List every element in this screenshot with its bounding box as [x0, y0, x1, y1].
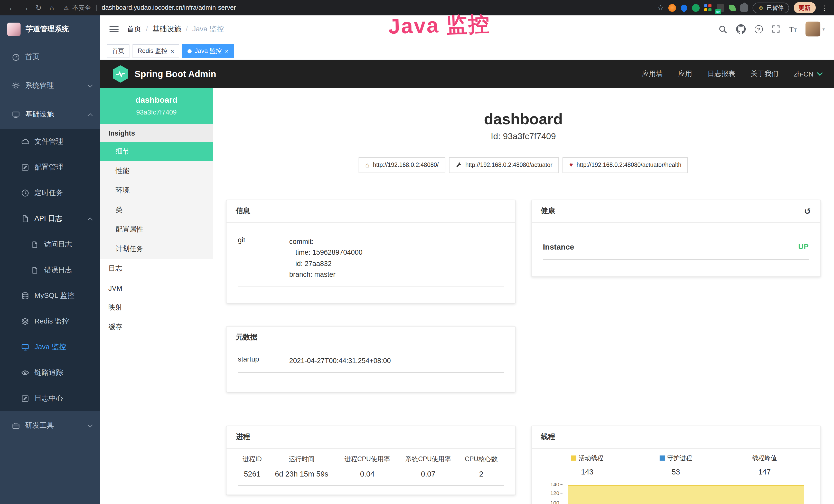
- extension-icon-grid[interactable]: [704, 4, 712, 12]
- threads-legend: 活动线程 143 守护进程: [543, 449, 809, 476]
- sidebar-item-devtools[interactable]: 研发工具: [0, 411, 100, 440]
- text-size-icon[interactable]: T T: [789, 25, 797, 33]
- tab-close-icon[interactable]: ×: [171, 48, 174, 54]
- health-card-body: Instance UP: [532, 223, 820, 259]
- legend-label: 活动线程: [579, 454, 603, 462]
- metadata-value: 2021-04-27T00:44:31.254+08:00: [289, 355, 504, 366]
- sidebar-item-label: 链路追踪: [35, 368, 63, 377]
- search-icon[interactable]: [718, 24, 727, 33]
- info-card-header: 信息: [226, 200, 515, 223]
- tab-close-icon[interactable]: ×: [225, 48, 228, 54]
- sba-brand: Spring Boot Admin: [135, 69, 216, 79]
- tab-label: Redis 监控: [138, 47, 168, 55]
- monitor-icon: [11, 110, 20, 119]
- help-icon[interactable]: ?: [755, 25, 763, 33]
- process-card-header: 进程: [226, 426, 515, 449]
- metadata-key: startup: [238, 355, 289, 366]
- sidebar-item-redis[interactable]: Redis 监控: [0, 308, 100, 334]
- browser-menu-icon[interactable]: ⋮: [821, 4, 828, 12]
- extension-icon-switch[interactable]: on: [717, 4, 724, 12]
- sidebar-item-file[interactable]: 文件管理: [0, 129, 100, 155]
- user-menu[interactable]: ▾: [806, 22, 825, 37]
- locale-caret-icon: [817, 70, 823, 76]
- extension-icon-green[interactable]: [692, 4, 700, 12]
- legend-active-threads: 活动线程 143: [543, 454, 632, 476]
- legend-value: 53: [632, 467, 720, 476]
- fullscreen-icon[interactable]: [772, 25, 780, 33]
- sidebar-logo[interactable]: 芋道管理系统: [0, 16, 100, 43]
- locale-selector[interactable]: zh-CN: [794, 70, 822, 78]
- update-button[interactable]: 更新: [793, 2, 815, 13]
- sidebar-item-system[interactable]: 系统管理: [0, 71, 100, 100]
- sba-menu-details[interactable]: 细节: [100, 142, 213, 161]
- browser-home-icon[interactable]: ⌂: [46, 2, 58, 13]
- sba-menu-jvm[interactable]: JVM: [100, 278, 213, 298]
- browser-reload-icon[interactable]: ↻: [33, 2, 44, 13]
- sidebar-item-api-log[interactable]: API 日志: [0, 206, 100, 232]
- endpoint-chip-actuator[interactable]: http://192.168.0.2:48080/actuator: [449, 157, 559, 173]
- sba-menu-config-props[interactable]: 配置属性: [100, 220, 213, 239]
- sidebar-item-java[interactable]: Java 监控: [0, 334, 100, 360]
- sba-nav-applications[interactable]: 应用: [678, 69, 692, 78]
- tab-home[interactable]: 首页: [107, 44, 129, 58]
- sba-header: Spring Boot Admin 应用墙 应用 日志报表 关于我们 zh-CN: [100, 60, 834, 88]
- endpoint-url: http://192.168.0.2:48080/actuator/health: [577, 162, 681, 168]
- sidebar-item-log-center[interactable]: 日志中心: [0, 386, 100, 411]
- sidebar-item-job[interactable]: 定时任务: [0, 180, 100, 206]
- process-sys-cpu: 0.07: [398, 465, 459, 485]
- endpoint-chip-home[interactable]: ⌂ http://192.168.0.2:48080/: [358, 157, 445, 173]
- sba-menu-mappings[interactable]: 映射: [100, 298, 213, 317]
- sidebar-item-mysql[interactable]: MySQL 监控: [0, 283, 100, 308]
- clock-icon: [21, 189, 29, 198]
- sba-menu-env[interactable]: 环境: [100, 181, 213, 200]
- edit-icon: [21, 394, 29, 403]
- info-git-row: git commit: time: 1596289704000 id: 27aa…: [238, 223, 504, 287]
- sidebar-item-config[interactable]: 配置管理: [0, 155, 100, 180]
- sba-menu-caches[interactable]: 缓存: [100, 317, 213, 337]
- endpoint-chip-health[interactable]: ♥ http://192.168.0.2:48080/actuator/heal…: [563, 157, 688, 173]
- sba-nav-wallboard[interactable]: 应用墙: [642, 69, 663, 78]
- github-icon[interactable]: [736, 24, 746, 34]
- process-header-row: 进程ID 运行时间 进程CPU使用率 系统CPU使用率 CPU核心数: [238, 449, 504, 465]
- home-icon: ⌂: [365, 161, 369, 169]
- heart-icon: ♥: [569, 161, 573, 168]
- sba-nav-about[interactable]: 关于我们: [750, 69, 778, 78]
- monitor-icon: [21, 343, 29, 351]
- history-icon[interactable]: ↺: [804, 206, 811, 216]
- browser-back-icon[interactable]: ←: [6, 2, 18, 13]
- sba-menu-classes[interactable]: 类: [100, 200, 213, 220]
- extension-icon-leaf[interactable]: [729, 4, 736, 11]
- sba-menu-scheduled[interactable]: 计划任务: [100, 239, 213, 259]
- sidebar-item-label: 系统管理: [25, 81, 54, 90]
- sidebar-item-error-log[interactable]: 错误日志: [0, 257, 100, 283]
- process-cores: 2: [459, 465, 504, 485]
- sba-menu-logfile[interactable]: 日志: [100, 259, 213, 278]
- address-bar[interactable]: ⚠ 不安全 dashboard.yudao.iocoder.cn/infra/a…: [64, 3, 655, 12]
- sba-sidebar: dashboard 93a3fc7f7409 Insights 细节 性能 环境…: [100, 88, 213, 504]
- extensions-puzzle-icon[interactable]: [740, 4, 748, 12]
- extension-icon-drop[interactable]: [679, 3, 689, 13]
- grid-dot: [708, 4, 711, 7]
- extension-icon-orange[interactable]: [668, 4, 676, 12]
- breadcrumb-item-infra[interactable]: 基础设施: [152, 24, 181, 33]
- sidebar-item-access-log[interactable]: 访问日志: [0, 232, 100, 257]
- browser-forward-icon[interactable]: →: [20, 2, 31, 13]
- url-text[interactable]: dashboard.yudao.iocoder.cn/infra/admin-s…: [102, 4, 236, 11]
- sidebar: 芋道管理系统 首页 系统管理 基础设施: [0, 16, 100, 504]
- tab-java[interactable]: Java 监控 ×: [182, 44, 234, 58]
- sidebar-item-trace[interactable]: 链路追踪: [0, 360, 100, 386]
- security-warning-icon[interactable]: ⚠: [64, 4, 69, 11]
- card-title: 健康: [541, 206, 555, 216]
- sidebar-item-home[interactable]: 首页: [0, 43, 100, 71]
- bookmark-star-icon[interactable]: ☆: [657, 4, 664, 12]
- tab-redis[interactable]: Redis 监控 ×: [133, 44, 179, 58]
- sba-nav-journal[interactable]: 日志报表: [707, 69, 735, 78]
- breadcrumb-item-home[interactable]: 首页: [127, 24, 141, 33]
- hamburger-icon[interactable]: [109, 26, 119, 32]
- locale-label: zh-CN: [794, 70, 813, 78]
- git-time-line: time: 1596289704000: [289, 247, 504, 258]
- sba-menu-metrics[interactable]: 性能: [100, 161, 213, 181]
- info-card-body: git commit: time: 1596289704000 id: 27aa…: [226, 223, 515, 287]
- sidebar-item-infra[interactable]: 基础设施: [0, 100, 100, 129]
- paused-profile-badge[interactable]: ☺ 已暂停: [752, 2, 789, 13]
